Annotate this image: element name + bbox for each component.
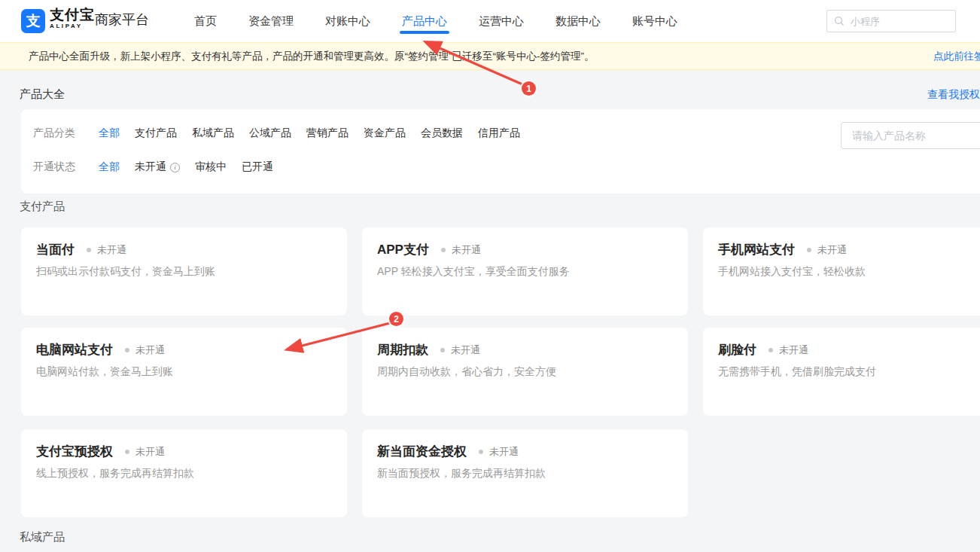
product-status: 未开通 [479, 445, 519, 459]
status-option-activated[interactable]: 已开通 [242, 160, 273, 174]
category-option-credit[interactable]: 信用产品 [478, 127, 520, 140]
product-description: 无需携带手机，凭借刷脸完成支付 [718, 365, 876, 379]
brand-name-en: ALIPAY [50, 23, 95, 30]
product-name: APP支付 [377, 241, 429, 258]
status-dot-icon [441, 248, 446, 252]
platform-title: 商家平台 [95, 11, 149, 29]
product-description: 线上预授权，服务完成再结算扣款 [36, 467, 194, 480]
status-dot-icon [440, 348, 445, 352]
product-card-new-f2f-fund-auth[interactable]: 新当面资金授权 未开通 新当面预授权，服务完成再结算扣款 [362, 429, 688, 517]
status-option-all[interactable]: 全部 [99, 160, 120, 174]
product-card-pc-web-pay[interactable]: 电脑网站支付 未开通 电脑网站付款，资金马上到账 [21, 328, 347, 416]
status-label: 未开通 [817, 243, 847, 257]
product-description: 周期内自动收款，省心省力，安全方便 [377, 365, 556, 379]
annotation-badge-2: 2 [389, 312, 403, 326]
product-name: 刷脸付 [718, 341, 756, 358]
product-name: 新当面资金授权 [377, 443, 467, 460]
section-title-payment-products: 支付产品 [20, 200, 65, 214]
status-dot-icon [807, 248, 811, 252]
category-option-all[interactable]: 全部 [99, 127, 120, 140]
product-card-periodic-deduction[interactable]: 周期扣款 未开通 周期内自动收款，省心省力，安全方便 [362, 328, 688, 416]
card-header: 新当面资金授权 未开通 [377, 443, 519, 460]
go-to-signing-link[interactable]: 点此前往签约管理 [933, 50, 980, 63]
status-dot-icon [87, 248, 91, 252]
product-status: 未开通 [125, 445, 165, 459]
page-viewport: 支 支付宝 ALIPAY 商家平台 首页 资金管理 对账中心 产品中心 运营中心… [0, 0, 980, 552]
status-label: 未开通 [135, 343, 165, 357]
product-status: 未开通 [440, 343, 480, 357]
product-card-alipay-preauth[interactable]: 支付宝预授权 未开通 线上预授权，服务完成再结算扣款 [21, 429, 347, 517]
product-name: 手机网站支付 [718, 241, 795, 258]
card-header: 手机网站支付 未开通 [718, 241, 847, 258]
product-card-face-scan-pay[interactable]: 刷脸付 未开通 无需携带手机，凭借刷脸完成支付 [703, 328, 980, 416]
card-header: 刷脸付 未开通 [718, 341, 808, 358]
card-header: 当面付 未开通 [36, 241, 126, 258]
nav-item-data[interactable]: 数据中心 [555, 0, 601, 42]
product-name: 当面付 [36, 241, 75, 258]
product-status: 未开通 [807, 243, 847, 257]
product-status: 未开通 [768, 343, 808, 357]
status-option-under-review[interactable]: 审核中 [195, 160, 227, 174]
view-authorized-products-link[interactable]: 查看我授权的产品 [927, 88, 980, 102]
category-filter-row: 产品分类 全部 支付产品 私域产品 公域产品 营销产品 资金产品 会员数据 信用… [33, 127, 535, 140]
status-dot-icon [768, 348, 773, 352]
product-status: 未开通 [441, 243, 481, 257]
page: 支 支付宝 ALIPAY 商家平台 首页 资金管理 对账中心 产品中心 运营中心… [0, 0, 980, 552]
main-nav: 首页 资金管理 对账中心 产品中心 运营中心 数据中心 账号中心 [194, 0, 677, 42]
status-option-not-activated[interactable]: 未开通 i [135, 160, 180, 174]
product-card-mobile-web-pay[interactable]: 手机网站支付 未开通 手机网站接入支付宝，轻松收款 [703, 227, 980, 316]
category-option-payment[interactable]: 支付产品 [135, 127, 177, 140]
category-option-marketing[interactable]: 营销产品 [306, 127, 348, 140]
product-status: 未开通 [87, 243, 126, 257]
status-dot-icon [125, 450, 129, 454]
alipay-logo-icon[interactable]: 支 [21, 9, 45, 33]
product-description: 新当面预授权，服务完成再结算扣款 [377, 467, 546, 480]
status-label: 未开通 [779, 343, 808, 357]
nav-item-reconciliation[interactable]: 对账中心 [325, 0, 370, 42]
nav-search-box[interactable] [826, 10, 956, 32]
status-label: 未开通 [135, 445, 165, 459]
nav-item-home[interactable]: 首页 [194, 0, 217, 42]
status-filter-label: 开通状态 [33, 160, 75, 174]
nav-item-account[interactable]: 账号中心 [632, 0, 677, 42]
category-option-funds[interactable]: 资金产品 [364, 127, 406, 140]
product-description: 手机网站接入支付宝，轻松收款 [718, 265, 866, 279]
page-title: 产品大全 [20, 87, 65, 102]
nav-item-product-center[interactable]: 产品中心 [402, 0, 447, 42]
annotation-badge-1: 1 [522, 81, 536, 96]
product-search-box[interactable] [841, 122, 980, 149]
info-icon[interactable]: i [170, 163, 180, 172]
status-label: 未开通 [97, 243, 126, 257]
product-search-input[interactable] [851, 129, 980, 142]
product-status: 未开通 [125, 343, 165, 357]
nav-item-label: 产品中心 [402, 14, 447, 27]
category-option-public-domain[interactable]: 公域产品 [249, 127, 291, 140]
nav-item-operation[interactable]: 运营中心 [479, 0, 524, 42]
product-name: 支付宝预授权 [36, 443, 113, 460]
section-title-private-domain-products: 私域产品 [20, 530, 65, 544]
card-header: APP支付 未开通 [377, 241, 481, 258]
product-name: 电脑网站支付 [36, 341, 113, 358]
brand-block[interactable]: 支付宝 ALIPAY [50, 7, 95, 30]
status-label: 未开通 [452, 243, 481, 257]
product-description: 电脑网站付款，资金马上到账 [36, 365, 173, 379]
status-dot-icon [479, 450, 483, 454]
product-card-app-pay[interactable]: APP支付 未开通 APP 轻松接入支付宝，享受全面支付服务 [362, 227, 688, 316]
nav-item-funds[interactable]: 资金管理 [248, 0, 294, 42]
category-option-member-data[interactable]: 会员数据 [421, 127, 463, 140]
notice-banner: 产品中心全面升级，新上架小程序、支付有礼等产品，产品的开通和管理更高效。原“签约… [0, 42, 980, 70]
card-header: 周期扣款 未开通 [377, 341, 480, 358]
status-filter-row: 开通状态 全部 未开通 i 审核中 已开通 [33, 160, 288, 174]
nav-search-input[interactable] [849, 15, 948, 28]
top-nav: 支 支付宝 ALIPAY 商家平台 首页 资金管理 对账中心 产品中心 运营中心… [0, 0, 980, 42]
category-option-private-domain[interactable]: 私域产品 [192, 127, 234, 140]
status-label: 未开通 [451, 343, 480, 357]
status-option-label: 未开通 [135, 160, 166, 174]
search-icon [834, 16, 845, 26]
filter-panel: 产品分类 全部 支付产品 私域产品 公域产品 营销产品 资金产品 会员数据 信用… [21, 109, 980, 194]
notice-banner-text: 产品中心全面升级，新上架小程序、支付有礼等产品，产品的开通和管理更高效。原“签约… [29, 50, 594, 63]
product-card-face-to-face-pay[interactable]: 当面付 未开通 扫码或出示付款码支付，资金马上到账 [21, 227, 347, 316]
status-label: 未开通 [489, 445, 519, 459]
status-dot-icon [125, 348, 129, 352]
product-name: 周期扣款 [377, 341, 428, 358]
